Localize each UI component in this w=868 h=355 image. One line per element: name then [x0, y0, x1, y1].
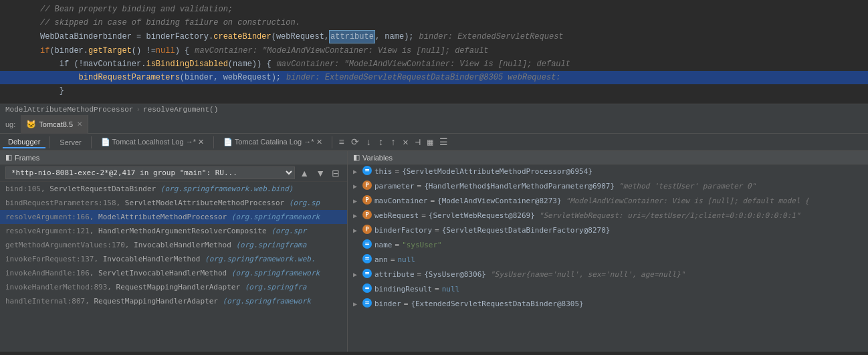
var-icon-9: = [362, 298, 372, 308]
code-line-3: WebDataBinder binder = binderFactory. cr… [0, 29, 868, 44]
variables-panel-title: Variables [362, 154, 393, 162]
var-icon-6: = [362, 254, 372, 263]
code-plain-9 [40, 72, 79, 84]
var-name-5: name [374, 239, 393, 251]
btn-step-into[interactable]: ↕ [375, 136, 386, 149]
breadcrumb-class: ModelAttributeMethodProcessor [5, 106, 133, 114]
var-value-4: {ServletRequestDataBinderFactory@8270} [442, 225, 611, 237]
variables-panel-header: ◧ Variables [348, 151, 868, 164]
var-expand-0[interactable]: ▶ [353, 166, 360, 178]
var-value-6: null [398, 254, 416, 266]
frame-up-btn[interactable]: ▲ [298, 167, 311, 179]
var-row-9[interactable]: ▶ = binder = {ExtendedServletRequestData… [348, 297, 868, 312]
var-name-9: binder [374, 298, 401, 310]
tab-server[interactable]: Server [54, 137, 86, 148]
var-expand-4[interactable]: ▶ [353, 225, 360, 237]
tomcat-tab[interactable]: 🐱 Tomcat8.5 ✕ [21, 115, 88, 134]
toolbar-sep-1 [49, 136, 50, 148]
code-hint-1: binder: ExtendedServletRequest [419, 31, 564, 43]
breadcrumb-sep: › [136, 106, 140, 114]
var-expand-9[interactable]: ▶ [353, 298, 360, 310]
var-hint-3: "ServletWebRequest: uri=/testUser/1;clie… [539, 210, 800, 222]
var-icon-5: = [362, 239, 372, 249]
btn-step-over[interactable]: ↓ [363, 136, 374, 149]
var-row-0[interactable]: ▶ = this = {ServletModelAttributeMethodP… [348, 164, 868, 179]
var-expand-1[interactable]: ▶ [353, 181, 360, 193]
var-expand-7[interactable]: ▶ [353, 269, 360, 281]
var-name-4: binderFactory [374, 225, 432, 237]
frame-item-6[interactable]: invokeAndHandle:106, ServletInvocableHan… [0, 266, 347, 280]
frame-item-8[interactable]: handleInternal:807, RequestMappingHandle… [0, 294, 347, 308]
frame-item-7[interactable]: invokeHandlerMethod:893, RequestMappingH… [0, 280, 347, 294]
var-row-2[interactable]: ▶ P mavContainer = {ModelAndViewContaine… [348, 194, 868, 209]
var-icon-3: P [362, 210, 372, 219]
btn-resume[interactable]: ⟳ [348, 135, 362, 149]
var-row-3[interactable]: ▶ P webRequest = {ServletWebRequest@8269… [348, 209, 868, 223]
frame-item-0[interactable]: bind:105, ServletRequestDataBinder (org.… [0, 182, 347, 196]
var-expand-3[interactable]: ▶ [353, 210, 360, 222]
toolbar-sep-3 [213, 136, 214, 148]
var-value-3: {ServletWebRequest@8269} [429, 210, 535, 222]
code-editor: // Bean property binding and validation;… [0, 0, 868, 104]
var-value-5: "sysUser" [402, 239, 442, 251]
frames-list: bind:105, ServletRequestDataBinder (org.… [0, 182, 347, 352]
code-plain-7: if (!mavContainer. [40, 58, 146, 70]
frame-item-3[interactable]: resolveArgument:121, HandlerMethodArgume… [0, 224, 347, 238]
var-eq-2: = [430, 195, 435, 207]
var-row-5[interactable]: = name = "sysUser" [348, 238, 868, 253]
code-method-1: createBinder [213, 31, 271, 43]
code-method-3: isBindingDisabled [146, 58, 227, 70]
btn-view[interactable]: ▦ [425, 135, 435, 149]
frames-controls: *http-nio-8081-exec-2*@2,417 in group "m… [0, 164, 347, 182]
code-type-1: WebDataBinder [40, 31, 103, 43]
var-row-1[interactable]: ▶ P parameter = {HandlerMethod$HandlerMe… [348, 179, 868, 194]
code-plain-6: ) { [175, 45, 190, 57]
frame-filter-btn[interactable]: ⊟ [330, 167, 342, 179]
tab-localhost-log[interactable]: 📄 Tomcat Localhost Log →* ✕ [96, 136, 209, 148]
tab-catalina-log[interactable]: 📄 Tomcat Catalina Log →* ✕ [218, 136, 328, 148]
tomcat-tab-close[interactable]: ✕ [77, 120, 82, 128]
variables-panel: ◧ Variables ▶ = this = {ServletModelAttr… [348, 151, 868, 352]
localhost-log-icon: 📄 [101, 138, 110, 146]
frame-down-btn[interactable]: ▼ [314, 167, 327, 179]
var-icon-2: P [362, 195, 372, 205]
frame-item-2[interactable]: resolveArgument:166, ModelAttributeMetho… [0, 210, 347, 224]
var-row-8[interactable]: = bindingResult = null [348, 282, 868, 297]
btn-mute[interactable]: ⊣ [413, 135, 423, 149]
code-line-1: // Bean property binding and validation; [0, 3, 868, 16]
var-row-7[interactable]: ▶ = attribute = {SysUser@8306} "SysUser{… [348, 267, 868, 282]
btn-step-out[interactable]: ↑ [388, 136, 399, 149]
code-hint-3: mavContainer: "ModelAndViewContainer: Vi… [277, 58, 570, 70]
breadcrumb: ModelAttributeMethodProcessor › resolveA… [0, 104, 868, 115]
debugger-panels: ◧ Frames *http-nio-8081-exec-2*@2,417 in… [0, 151, 868, 352]
btn-settings[interactable]: ☰ [437, 135, 451, 149]
code-line-2: // skipped in case of binding failure on… [0, 16, 868, 29]
var-name-1: parameter [374, 181, 415, 193]
var-row-4[interactable]: ▶ P binderFactory = {ServletRequestDataB… [348, 223, 868, 238]
frame-item-1[interactable]: bindRequestParameters:158, ServletModelA… [0, 196, 347, 210]
var-value-2: {ModelAndViewContainer@8273} [437, 195, 561, 207]
btn-reorder[interactable]: ≡ [336, 136, 347, 149]
var-expand-2[interactable]: ▶ [353, 195, 360, 207]
frames-panel-header: ◧ Frames [0, 151, 347, 164]
code-plain-4: (binder. [49, 45, 88, 57]
var-icon-7: = [362, 269, 372, 278]
btn-stop[interactable]: ✕ [400, 135, 411, 149]
var-value-8: null [442, 283, 460, 295]
code-kw-2: null [156, 45, 175, 57]
var-icon-4: P [362, 225, 372, 234]
debugger-toolbar: Debugger Server 📄 Tomcat Localhost Log →… [0, 134, 868, 151]
code-method-4: bindRequestParameters [79, 72, 180, 84]
var-eq-8: = [435, 283, 439, 295]
tomcat-icon: 🐱 [26, 120, 36, 129]
tab-debugger[interactable]: Debugger [3, 136, 45, 148]
frame-item-4[interactable]: getMethodArgumentValues:170, InvocableHa… [0, 238, 347, 252]
var-eq-6: = [391, 254, 395, 266]
frame-item-5[interactable]: invokeForRequest:137, InvocableHandlerMe… [0, 252, 347, 266]
var-eq-3: = [421, 210, 426, 222]
code-line-6: bindRequestParameters (binder, webReques… [0, 71, 868, 84]
var-name-6: ann [374, 254, 388, 266]
code-plain-2: (webRequest, [272, 31, 329, 43]
var-row-6[interactable]: = ann = null [348, 253, 868, 267]
thread-selector[interactable]: *http-nio-8081-exec-2*@2,417 in group "m… [5, 166, 295, 179]
